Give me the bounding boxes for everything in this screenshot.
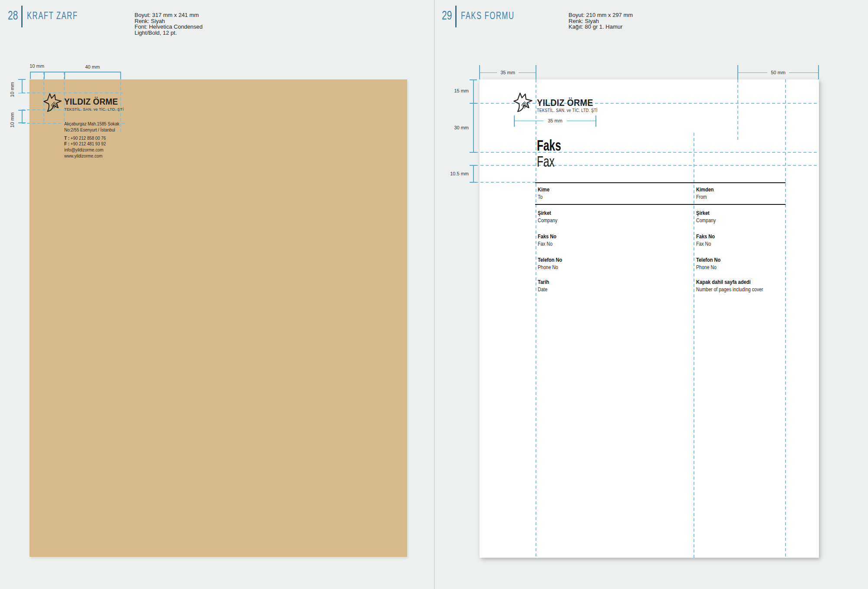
spec-line: Light/Bold, 12 pt. bbox=[135, 30, 203, 36]
fax-field-left-2: Faks No Fax No bbox=[538, 234, 561, 247]
fax-title-turkish: Faks bbox=[537, 137, 572, 154]
star-logo-icon bbox=[43, 92, 63, 116]
fax-line: F : +90 212 481 93 92 bbox=[64, 141, 111, 147]
spec-block-right: Boyut: 210 mm x 297 mm Renk: Siyah Kağıt… bbox=[569, 12, 633, 30]
measure-tick bbox=[30, 72, 31, 79]
spec-line: Kağıt: 80 gr 1. Hamur bbox=[569, 24, 633, 30]
measure-tick bbox=[18, 110, 26, 111]
spec-line: Boyut: 210 mm x 297 mm bbox=[569, 12, 633, 18]
measure-line bbox=[22, 110, 23, 123]
measure-line bbox=[473, 165, 474, 182]
measure-label: 10 mm bbox=[10, 105, 15, 128]
measure-label: 30 mm bbox=[438, 125, 469, 130]
spec-line: Font: Helvetica Condensed bbox=[135, 24, 203, 30]
spec-line: Renk: Siyah bbox=[135, 18, 203, 24]
measure-label: 10 mm bbox=[24, 63, 50, 69]
guide-line bbox=[470, 165, 819, 166]
guide-line bbox=[536, 79, 536, 558]
form-rule bbox=[535, 204, 786, 205]
measure-tick bbox=[470, 165, 477, 166]
company-subtitle: TEKSTİL. SAN. ve TİC. LTD. ŞTİ bbox=[64, 107, 130, 112]
measure-label: 10 mm bbox=[10, 75, 15, 97]
company-subtitle: TEKSTİL. SAN. ve TİC. LTD. ŞTİ bbox=[537, 108, 604, 113]
measure-tick bbox=[18, 79, 26, 80]
section-title-right: FAKS FORMU bbox=[461, 10, 537, 22]
guide-line bbox=[785, 79, 786, 558]
measure-line bbox=[22, 79, 23, 93]
measure-label: 40 mm bbox=[79, 64, 105, 69]
fax-field-left-3: Telefon No Phone No bbox=[538, 257, 568, 270]
email-line: info@yildizorme.com bbox=[64, 147, 108, 153]
fax-field-right-2: Faks No Fax No bbox=[696, 234, 719, 247]
guide-line bbox=[22, 92, 122, 93]
guide-line bbox=[22, 123, 63, 124]
measure-tick bbox=[18, 93, 26, 94]
measure-label: 35 mm bbox=[543, 118, 567, 123]
guide-line bbox=[470, 182, 536, 183]
address-line: No:2/55 Esenyurt / İstanbul bbox=[64, 127, 121, 133]
fax-field-left-0: Kime To bbox=[538, 187, 552, 200]
guide-line bbox=[470, 152, 819, 153]
measure-tick bbox=[18, 122, 26, 123]
measure-tick bbox=[514, 115, 515, 127]
company-name: YILDIZ ÖRME bbox=[64, 96, 124, 107]
spec-line: Boyut: 317 mm x 241 mm bbox=[135, 12, 203, 18]
measure-tick bbox=[737, 65, 738, 79]
measure-tick bbox=[44, 72, 45, 79]
measure-label: 10.5 mm bbox=[438, 171, 469, 176]
measure-tick bbox=[479, 65, 480, 79]
fax-field-right-3: Telefon No Phone No bbox=[696, 257, 726, 270]
guide-line bbox=[694, 133, 694, 558]
spec-line: Renk: Siyah bbox=[569, 18, 633, 24]
measure-tick bbox=[470, 79, 477, 80]
guide-line bbox=[737, 79, 738, 142]
section-number-right: 29 bbox=[442, 8, 456, 23]
measure-tick bbox=[120, 72, 121, 79]
measure-label: 50 mm bbox=[767, 70, 789, 75]
website-line: www.yildizorme.com bbox=[64, 153, 107, 159]
section-title-left: KRAFT ZARF bbox=[27, 10, 100, 22]
phone-line: T : +90 212 858 00 76 bbox=[64, 135, 111, 141]
measure-tick bbox=[536, 65, 536, 79]
measure-tick bbox=[470, 152, 477, 153]
measure-tick bbox=[470, 103, 477, 104]
brand-manual-page: { "colors": { "header_blue": "#4180a6", … bbox=[0, 0, 868, 589]
measure-line bbox=[473, 79, 474, 152]
star-logo-icon bbox=[513, 92, 534, 116]
fax-field-right-1: Şirket Company bbox=[696, 210, 718, 224]
form-rule bbox=[535, 182, 786, 183]
measure-tick bbox=[64, 72, 65, 79]
panel-divider bbox=[434, 0, 435, 589]
measure-tick bbox=[818, 65, 819, 79]
measure-tick bbox=[470, 182, 477, 183]
header-bar-left bbox=[21, 6, 23, 27]
header-bar-right bbox=[455, 6, 457, 27]
fax-field-right-4: Kapak dahil sayfa adedi Number of pages … bbox=[696, 279, 772, 293]
fax-form-page bbox=[480, 79, 819, 558]
fax-field-left-1: Şirket Company bbox=[538, 210, 560, 224]
measure-label: 15 mm bbox=[438, 88, 469, 93]
fax-field-left-4: Tarih Date bbox=[538, 279, 552, 293]
measure-label: 35 mm bbox=[497, 70, 519, 75]
spec-block-left: Boyut: 317 mm x 241 mm Renk: Siyah Font:… bbox=[135, 12, 203, 36]
measure-tick bbox=[595, 115, 596, 127]
section-number-left: 28 bbox=[8, 8, 22, 23]
fax-field-right-0: Kimden From bbox=[696, 187, 718, 200]
address-line: Akçaburgaz Mah.1585 Sokak bbox=[64, 121, 125, 127]
fax-title-english: Fax bbox=[537, 153, 562, 170]
company-name: YILDIZ ÖRME bbox=[537, 97, 599, 109]
